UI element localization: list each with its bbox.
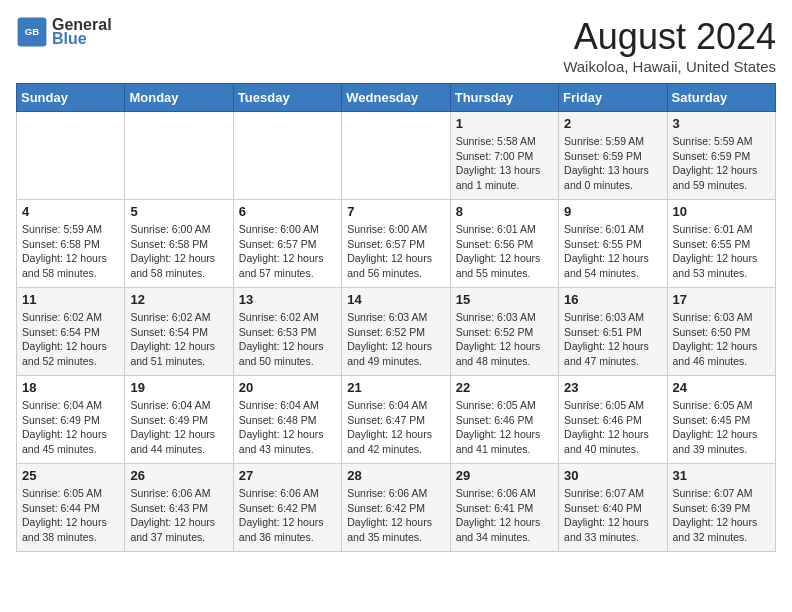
day-info: Sunrise: 6:03 AM Sunset: 6:52 PM Dayligh…	[456, 310, 553, 369]
empty-cell	[233, 112, 341, 200]
day-number: 9	[564, 204, 661, 219]
calendar-day-cell: 9Sunrise: 6:01 AM Sunset: 6:55 PM Daylig…	[559, 200, 667, 288]
logo-icon: GB	[16, 16, 48, 48]
calendar-day-cell: 16Sunrise: 6:03 AM Sunset: 6:51 PM Dayli…	[559, 288, 667, 376]
calendar-day-cell: 14Sunrise: 6:03 AM Sunset: 6:52 PM Dayli…	[342, 288, 450, 376]
calendar-day-cell: 21Sunrise: 6:04 AM Sunset: 6:47 PM Dayli…	[342, 376, 450, 464]
calendar-week-row: 11Sunrise: 6:02 AM Sunset: 6:54 PM Dayli…	[17, 288, 776, 376]
day-info: Sunrise: 6:04 AM Sunset: 6:48 PM Dayligh…	[239, 398, 336, 457]
day-number: 30	[564, 468, 661, 483]
calendar-week-row: 25Sunrise: 6:05 AM Sunset: 6:44 PM Dayli…	[17, 464, 776, 552]
day-header-monday: Monday	[125, 84, 233, 112]
empty-cell	[342, 112, 450, 200]
day-info: Sunrise: 6:04 AM Sunset: 6:49 PM Dayligh…	[22, 398, 119, 457]
day-info: Sunrise: 6:01 AM Sunset: 6:55 PM Dayligh…	[564, 222, 661, 281]
day-info: Sunrise: 6:00 AM Sunset: 6:58 PM Dayligh…	[130, 222, 227, 281]
calendar-week-row: 18Sunrise: 6:04 AM Sunset: 6:49 PM Dayli…	[17, 376, 776, 464]
day-number: 17	[673, 292, 770, 307]
day-number: 1	[456, 116, 553, 131]
day-info: Sunrise: 6:02 AM Sunset: 6:53 PM Dayligh…	[239, 310, 336, 369]
day-header-tuesday: Tuesday	[233, 84, 341, 112]
day-info: Sunrise: 6:05 AM Sunset: 6:45 PM Dayligh…	[673, 398, 770, 457]
day-info: Sunrise: 6:07 AM Sunset: 6:39 PM Dayligh…	[673, 486, 770, 545]
day-info: Sunrise: 6:03 AM Sunset: 6:50 PM Dayligh…	[673, 310, 770, 369]
calendar-day-cell: 2Sunrise: 5:59 AM Sunset: 6:59 PM Daylig…	[559, 112, 667, 200]
day-header-saturday: Saturday	[667, 84, 775, 112]
title-block: August 2024 Waikoloa, Hawaii, United Sta…	[563, 16, 776, 75]
day-number: 19	[130, 380, 227, 395]
calendar-day-cell: 13Sunrise: 6:02 AM Sunset: 6:53 PM Dayli…	[233, 288, 341, 376]
calendar-day-cell: 30Sunrise: 6:07 AM Sunset: 6:40 PM Dayli…	[559, 464, 667, 552]
calendar-day-cell: 3Sunrise: 5:59 AM Sunset: 6:59 PM Daylig…	[667, 112, 775, 200]
day-number: 15	[456, 292, 553, 307]
calendar-header-row: SundayMondayTuesdayWednesdayThursdayFrid…	[17, 84, 776, 112]
day-info: Sunrise: 6:04 AM Sunset: 6:49 PM Dayligh…	[130, 398, 227, 457]
calendar-day-cell: 29Sunrise: 6:06 AM Sunset: 6:41 PM Dayli…	[450, 464, 558, 552]
day-number: 29	[456, 468, 553, 483]
day-info: Sunrise: 6:05 AM Sunset: 6:44 PM Dayligh…	[22, 486, 119, 545]
calendar-day-cell: 1Sunrise: 5:58 AM Sunset: 7:00 PM Daylig…	[450, 112, 558, 200]
calendar-day-cell: 25Sunrise: 6:05 AM Sunset: 6:44 PM Dayli…	[17, 464, 125, 552]
calendar-day-cell: 5Sunrise: 6:00 AM Sunset: 6:58 PM Daylig…	[125, 200, 233, 288]
day-info: Sunrise: 6:06 AM Sunset: 6:43 PM Dayligh…	[130, 486, 227, 545]
day-number: 11	[22, 292, 119, 307]
day-number: 16	[564, 292, 661, 307]
day-header-friday: Friday	[559, 84, 667, 112]
calendar-day-cell: 12Sunrise: 6:02 AM Sunset: 6:54 PM Dayli…	[125, 288, 233, 376]
day-number: 2	[564, 116, 661, 131]
location-subtitle: Waikoloa, Hawaii, United States	[563, 58, 776, 75]
calendar-day-cell: 18Sunrise: 6:04 AM Sunset: 6:49 PM Dayli…	[17, 376, 125, 464]
day-number: 3	[673, 116, 770, 131]
calendar-day-cell: 17Sunrise: 6:03 AM Sunset: 6:50 PM Dayli…	[667, 288, 775, 376]
calendar-day-cell: 7Sunrise: 6:00 AM Sunset: 6:57 PM Daylig…	[342, 200, 450, 288]
day-number: 8	[456, 204, 553, 219]
calendar-day-cell: 10Sunrise: 6:01 AM Sunset: 6:55 PM Dayli…	[667, 200, 775, 288]
day-header-thursday: Thursday	[450, 84, 558, 112]
day-number: 18	[22, 380, 119, 395]
day-number: 27	[239, 468, 336, 483]
calendar-day-cell: 20Sunrise: 6:04 AM Sunset: 6:48 PM Dayli…	[233, 376, 341, 464]
day-info: Sunrise: 5:58 AM Sunset: 7:00 PM Dayligh…	[456, 134, 553, 193]
day-info: Sunrise: 6:01 AM Sunset: 6:56 PM Dayligh…	[456, 222, 553, 281]
day-header-wednesday: Wednesday	[342, 84, 450, 112]
day-number: 7	[347, 204, 444, 219]
calendar-day-cell: 23Sunrise: 6:05 AM Sunset: 6:46 PM Dayli…	[559, 376, 667, 464]
day-info: Sunrise: 6:06 AM Sunset: 6:42 PM Dayligh…	[239, 486, 336, 545]
day-number: 12	[130, 292, 227, 307]
calendar-day-cell: 24Sunrise: 6:05 AM Sunset: 6:45 PM Dayli…	[667, 376, 775, 464]
day-info: Sunrise: 6:03 AM Sunset: 6:51 PM Dayligh…	[564, 310, 661, 369]
day-number: 22	[456, 380, 553, 395]
day-info: Sunrise: 6:01 AM Sunset: 6:55 PM Dayligh…	[673, 222, 770, 281]
day-info: Sunrise: 6:00 AM Sunset: 6:57 PM Dayligh…	[239, 222, 336, 281]
calendar-day-cell: 6Sunrise: 6:00 AM Sunset: 6:57 PM Daylig…	[233, 200, 341, 288]
day-number: 26	[130, 468, 227, 483]
day-info: Sunrise: 6:04 AM Sunset: 6:47 PM Dayligh…	[347, 398, 444, 457]
day-number: 4	[22, 204, 119, 219]
day-info: Sunrise: 6:00 AM Sunset: 6:57 PM Dayligh…	[347, 222, 444, 281]
day-info: Sunrise: 5:59 AM Sunset: 6:59 PM Dayligh…	[564, 134, 661, 193]
day-info: Sunrise: 6:05 AM Sunset: 6:46 PM Dayligh…	[564, 398, 661, 457]
day-info: Sunrise: 6:07 AM Sunset: 6:40 PM Dayligh…	[564, 486, 661, 545]
month-year-title: August 2024	[563, 16, 776, 58]
day-number: 5	[130, 204, 227, 219]
day-number: 13	[239, 292, 336, 307]
day-number: 28	[347, 468, 444, 483]
day-number: 25	[22, 468, 119, 483]
calendar-day-cell: 22Sunrise: 6:05 AM Sunset: 6:46 PM Dayli…	[450, 376, 558, 464]
calendar-day-cell: 8Sunrise: 6:01 AM Sunset: 6:56 PM Daylig…	[450, 200, 558, 288]
day-info: Sunrise: 6:06 AM Sunset: 6:42 PM Dayligh…	[347, 486, 444, 545]
calendar-day-cell: 26Sunrise: 6:06 AM Sunset: 6:43 PM Dayli…	[125, 464, 233, 552]
calendar-day-cell: 31Sunrise: 6:07 AM Sunset: 6:39 PM Dayli…	[667, 464, 775, 552]
day-number: 14	[347, 292, 444, 307]
day-info: Sunrise: 5:59 AM Sunset: 6:59 PM Dayligh…	[673, 134, 770, 193]
day-number: 20	[239, 380, 336, 395]
day-info: Sunrise: 6:06 AM Sunset: 6:41 PM Dayligh…	[456, 486, 553, 545]
empty-cell	[125, 112, 233, 200]
day-info: Sunrise: 5:59 AM Sunset: 6:58 PM Dayligh…	[22, 222, 119, 281]
day-number: 24	[673, 380, 770, 395]
calendar-table: SundayMondayTuesdayWednesdayThursdayFrid…	[16, 83, 776, 552]
day-number: 6	[239, 204, 336, 219]
empty-cell	[17, 112, 125, 200]
calendar-day-cell: 28Sunrise: 6:06 AM Sunset: 6:42 PM Dayli…	[342, 464, 450, 552]
calendar-day-cell: 11Sunrise: 6:02 AM Sunset: 6:54 PM Dayli…	[17, 288, 125, 376]
